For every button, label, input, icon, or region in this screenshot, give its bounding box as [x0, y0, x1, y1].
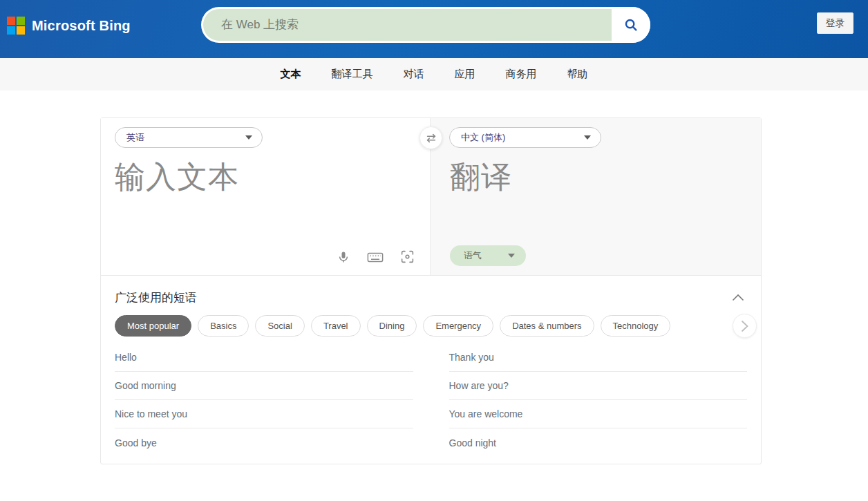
tab-apps[interactable]: 应用 — [455, 68, 475, 81]
search-input[interactable] — [221, 18, 612, 32]
target-pane: 中文 (简体) 翻译 语气 — [431, 118, 761, 275]
microsoft-logo-icon — [7, 17, 26, 35]
chevron-right-icon — [741, 320, 748, 332]
swap-languages-button[interactable] — [419, 126, 442, 149]
category-technology[interactable]: Technology — [601, 315, 671, 337]
chevron-up-icon — [732, 294, 744, 301]
phrase-categories: Most popular Basics Social Travel Dining… — [115, 315, 747, 337]
search-icon — [623, 17, 639, 32]
phrases-section: 广泛使用的短语 Most popular Basics Social Trave… — [101, 276, 761, 464]
tab-conversation[interactable]: 对话 — [404, 68, 424, 81]
collapse-phrases-button[interactable] — [729, 291, 747, 304]
phrase-item[interactable]: Hello — [115, 343, 413, 372]
category-most-popular[interactable]: Most popular — [115, 315, 191, 337]
phrase-item[interactable]: You are welcome — [449, 400, 748, 428]
phrase-item[interactable]: How are you? — [449, 372, 748, 400]
search-button[interactable] — [612, 7, 650, 43]
tab-translation-tools[interactable]: 翻译工具 — [332, 68, 373, 81]
microphone-icon[interactable] — [337, 250, 350, 264]
ocr-camera-icon[interactable] — [400, 249, 415, 264]
source-input-placeholder: 输入文本 — [115, 157, 239, 198]
translation-output-placeholder: 翻译 — [450, 157, 512, 198]
target-language-dropdown[interactable]: 中文 (简体) — [449, 127, 601, 148]
chevron-down-icon — [584, 135, 591, 140]
top-header: Microsoft Bing 登录 — [0, 0, 868, 58]
category-dining[interactable]: Dining — [367, 315, 417, 337]
phrase-item[interactable]: Good night — [449, 428, 748, 457]
target-language-value: 中文 (简体) — [461, 131, 505, 144]
phrases-title: 广泛使用的短语 — [115, 290, 197, 305]
translator-nav: 文本 翻译工具 对话 应用 商务用 帮助 — [0, 58, 868, 91]
source-pane: 英语 输入文本 — [101, 118, 431, 275]
phrase-list: Hello Thank you Good morning How are you… — [115, 343, 747, 457]
phrase-item[interactable]: Good bye — [115, 428, 413, 457]
chevron-down-icon — [508, 254, 515, 258]
category-dates-numbers[interactable]: Dates & numbers — [500, 315, 594, 337]
phrase-item[interactable]: Thank you — [449, 343, 748, 372]
tone-dropdown[interactable]: 语气 — [450, 245, 526, 266]
category-basics[interactable]: Basics — [198, 315, 249, 337]
translator-card: 英语 输入文本 — [100, 117, 762, 464]
tone-label: 语气 — [464, 249, 482, 262]
tab-help[interactable]: 帮助 — [567, 68, 588, 81]
swap-languages-icon — [425, 133, 437, 144]
web-search-bar — [201, 7, 650, 43]
category-emergency[interactable]: Emergency — [423, 315, 493, 337]
sign-in-button[interactable]: 登录 — [817, 12, 853, 34]
categories-next-button[interactable] — [733, 314, 757, 338]
tab-business[interactable]: 商务用 — [506, 68, 537, 81]
input-tools — [337, 249, 415, 264]
category-travel[interactable]: Travel — [311, 315, 361, 337]
brand-name: Microsoft Bing — [32, 18, 131, 34]
bing-home-link[interactable]: Microsoft Bing — [7, 17, 131, 35]
translator-panes: 英语 输入文本 — [101, 118, 761, 276]
category-social[interactable]: Social — [255, 315, 304, 337]
phrase-item[interactable]: Nice to meet you — [115, 400, 413, 428]
search-field-wrap — [203, 9, 612, 41]
keyboard-icon[interactable] — [367, 250, 384, 264]
phrase-item[interactable]: Good morning — [115, 372, 413, 400]
tab-text[interactable]: 文本 — [281, 68, 301, 81]
